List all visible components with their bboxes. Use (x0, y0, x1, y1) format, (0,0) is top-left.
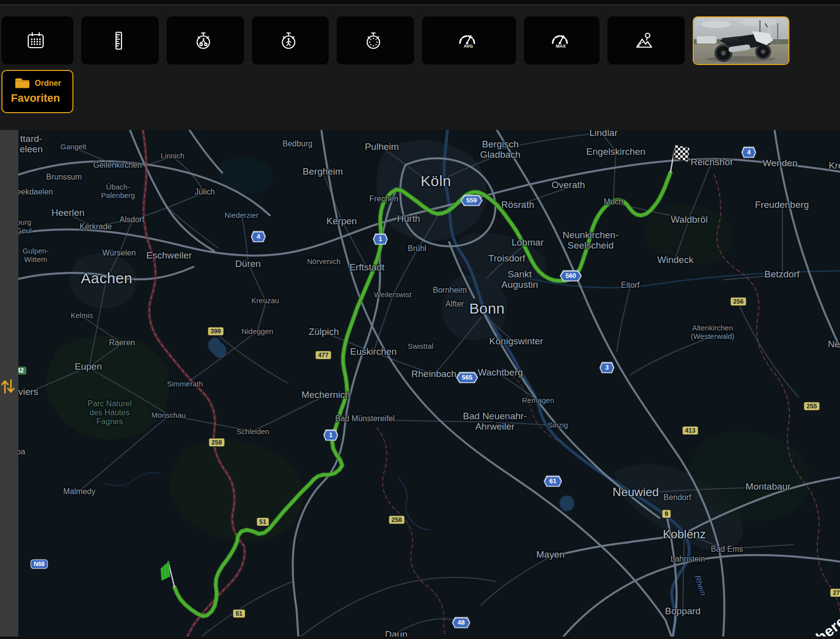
sort-arrows-icon[interactable] (0, 378, 15, 395)
ruler-icon (108, 31, 128, 51)
map-canvas[interactable]: ttard- eleenGangeltLinnichGeilenkirchenB… (18, 130, 840, 639)
folder-button-value: Favoriten (11, 92, 72, 105)
top-strip (0, 0, 840, 5)
stat-tile-gesamt (337, 16, 414, 64)
folder-icon (14, 76, 30, 91)
map-borders (143, 130, 840, 639)
map-base (18, 130, 840, 639)
trip-detail-page: { "header": { "tiles": [ {"key":"wann","… (0, 0, 840, 639)
gauge-max-icon: MAX (550, 31, 570, 51)
folder-button-label: Ordner (35, 79, 61, 88)
svg-text:AVG: AVG (464, 44, 473, 49)
stopwatch-pause-icon (279, 31, 299, 51)
stat-tile-durchschnitt: AVG (422, 16, 516, 64)
svg-text:MAX: MAX (556, 44, 566, 49)
stopwatch-ride-icon (193, 31, 213, 51)
gauge-avg-icon: AVG (457, 31, 477, 51)
stat-tile-fahren (167, 16, 244, 64)
stats-bar: AVGMAX (1, 16, 789, 65)
motorcycle-photo (694, 17, 788, 64)
folder-favorites-button[interactable]: Ordner Favoriten (1, 70, 73, 113)
stat-tile-entfernung (81, 16, 159, 64)
stopwatch-total-icon (363, 31, 383, 51)
finish-flag-icon (670, 144, 690, 173)
stat-tile-pausen (252, 16, 329, 64)
collapsed-sidebar[interactable] (0, 130, 18, 639)
stat-tile-wo (607, 16, 685, 64)
trip-photo[interactable] (693, 16, 789, 65)
calendar-icon (26, 31, 46, 51)
stat-tile-wann (1, 16, 73, 64)
route-distance-icon (634, 31, 654, 51)
start-flag-icon (161, 561, 175, 587)
stat-tile-max: MAX (524, 16, 600, 64)
bottom-strip (0, 637, 840, 639)
